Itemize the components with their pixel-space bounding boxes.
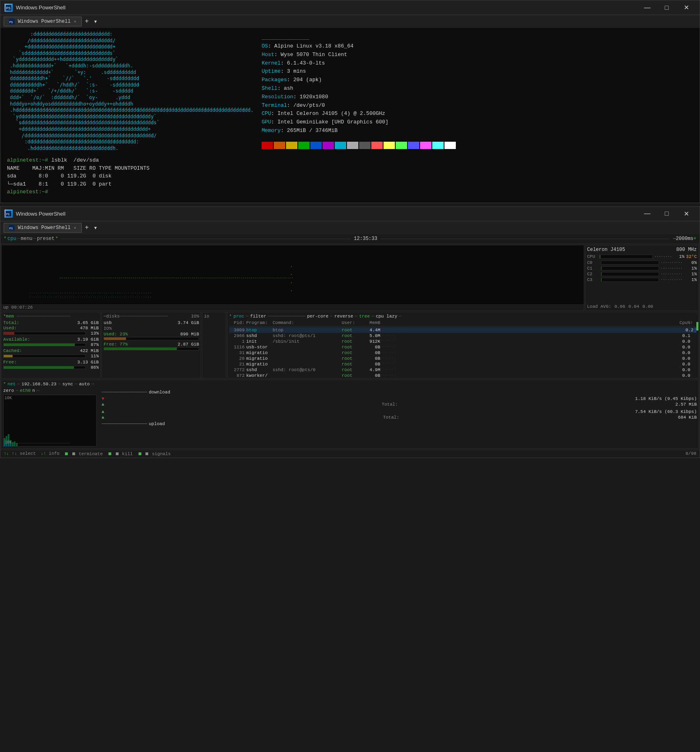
packages-value: 204 (apk) — [293, 77, 322, 83]
os-value: Alpine Linux v3.18 x86_64 — [274, 43, 353, 49]
proc-tree-label[interactable]: tree — [359, 314, 370, 319]
neofetch-info: _______________ OS: Alpine Linux v3.18 x… — [262, 31, 456, 151]
cpu-temp: 32°C — [686, 254, 697, 259]
lsblk-output: alpinetest:~# lsblk /dev/sda NAME MAJ:MI… — [0, 155, 700, 203]
close-button-1[interactable]: ✕ — [677, 2, 696, 14]
net-zero[interactable]: zero — [3, 388, 14, 393]
proc-row-5[interactable]: 26 migratio root 0B ······· 0.0 — [229, 356, 697, 361]
color-block-14 — [432, 142, 444, 149]
sort-arrow: ↑ — [690, 320, 697, 325]
btop-menu-btn[interactable]: menu — [21, 236, 33, 242]
proc-per-core-label[interactable]: per-core — [307, 314, 329, 319]
proc-row-8[interactable]: 872 kworker/ root 0B ······· 0.0 — [229, 373, 697, 377]
status-signals[interactable]: ⏹ ⏹ signals — [138, 451, 171, 456]
neofetch-info-block: OS: Alpine Linux v3.18 x86_64 Host: Wyse… — [262, 42, 456, 135]
gpu-value: Intel GeminiLake [UHD Graphics 600] — [277, 119, 388, 125]
proc-filter-label[interactable]: filter — [250, 314, 267, 319]
color-block-15 — [444, 142, 456, 149]
svg-text:PS: PS — [6, 213, 9, 216]
status-terminate[interactable]: ⏹ ⏹ terminate — [64, 451, 103, 456]
color-block-0 — [262, 142, 273, 149]
proc-row-0-cpu: 0.2 — [679, 328, 693, 333]
close-button-2[interactable]: ✕ — [677, 207, 696, 220]
col-program: Program: — [246, 320, 273, 325]
net-eth0: eth0 — [20, 388, 30, 393]
btop-preset-btn[interactable]: preset — [37, 236, 54, 242]
btop-cpu-menu[interactable]: cpu — [7, 236, 16, 242]
shell-value: ash — [284, 85, 293, 91]
dl-rate: 1.18 KiB/s (9.45 Kibps) — [635, 396, 697, 401]
proc-row-7[interactable]: 2772 sshd sshd: root@pts/0 root 4.9M ···… — [229, 367, 697, 373]
status-select[interactable]: ↑↓ ↑↓ select — [4, 451, 36, 456]
core-c1-dots: ·········· — [661, 266, 685, 270]
core-c1-label: C1 — [587, 266, 599, 271]
new-tab-button-1[interactable]: + — [83, 18, 91, 25]
net-ul-rate-row: ▲ 7.54 KiB/s (60.3 Kibps) — [102, 409, 697, 414]
tab-close-1[interactable]: ✕ — [74, 19, 76, 24]
proc-cpu-lazy[interactable]: cpu lazy — [376, 314, 397, 319]
proc-reverse-label[interactable]: reverse — [334, 314, 353, 319]
proc-row-4[interactable]: 31 migratio root 0B ······· 0.0 — [229, 350, 697, 356]
mem-free-bar — [3, 366, 86, 369]
proc-scrollbar[interactable] — [696, 322, 698, 378]
tab-close-2[interactable]: ✕ — [74, 225, 76, 230]
kernel-value: 6.1.43-0-lts — [287, 60, 325, 66]
net-graph-bg: ────────────────────────────── — [3, 395, 97, 447]
cpu-meters-panel: Celeron J4105 800 MHz CPU ·········· 1% … — [585, 245, 699, 311]
minimize-button-1[interactable]: — — [638, 2, 657, 14]
tab-powershell-2[interactable]: PS Windows PowerShell ✕ — [4, 223, 82, 233]
cpu-total-bar — [599, 255, 652, 259]
disk-free-pct: 77% — [120, 342, 128, 347]
proc-row-2[interactable]: 1 init /sbin/init root 912K ······· 0.0 — [229, 339, 697, 344]
core-c2-row: C2 ·········· 1% — [587, 272, 697, 277]
col-pid: Pid: — [229, 320, 245, 325]
memory-value: 265MiB / 3746MiB — [287, 127, 338, 134]
proc-row-6[interactable]: 21 migratio root 0B ······· 0.0 — [229, 361, 697, 367]
title-bar-1: PS Windows PowerShell — □ ✕ — [0, 0, 700, 15]
status-kill[interactable]: ⏹ ⏹ kill — [108, 451, 133, 456]
net-graph-svg — [4, 414, 93, 446]
window2-controls: — □ ✕ — [638, 207, 696, 220]
proc-list: 3009 btop btop root 4.4M ··········· 0.2… — [229, 327, 697, 377]
proc-row-1[interactable]: 2966 sshd sshd: root@pts/1 root 5.0M ···… — [229, 333, 697, 339]
net-10k-label: 10K — [4, 396, 12, 400]
new-tab-button-2[interactable]: + — [83, 224, 91, 231]
maximize-button-1[interactable]: □ — [657, 2, 676, 14]
cpu-freq: 800 MHz — [676, 247, 697, 253]
ul-total-arrow: ▲ — [102, 415, 104, 420]
tab-dropdown-button-1[interactable]: ▾ — [92, 17, 99, 26]
mem-cached-bar — [3, 354, 86, 358]
dl-total-arrow: ▲ — [102, 402, 104, 407]
btop-time: 12:35:33 — [354, 236, 377, 242]
svg-rect-14 — [16, 443, 17, 446]
status-info[interactable]: ↓↑ info — [41, 451, 59, 456]
minimize-button-2[interactable]: — — [638, 207, 657, 220]
color-block-5 — [323, 142, 334, 149]
maximize-button-2[interactable]: □ — [657, 207, 676, 220]
proc-row-0[interactable]: 3009 btop btop root 4.4M ··········· 0.2 — [229, 327, 697, 333]
disk-used-label: Used: 23% — [104, 332, 128, 337]
svg-text:PS: PS — [9, 21, 13, 24]
upload-label: upload — [149, 421, 165, 426]
tab-bar-1: PS Windows PowerShell ✕ + ▾ — [0, 15, 700, 28]
core-c1-row: C1 ·········· 1% — [587, 266, 697, 271]
net-n[interactable]: n — [32, 388, 35, 393]
btop-refresh: 2000ms — [676, 236, 693, 242]
proc-row-3[interactable]: 1116 usb-stor root 0B ······· 0.0 — [229, 344, 697, 350]
mem-avail-label: Available: — [3, 337, 30, 342]
window1-controls: — □ ✕ — [638, 2, 696, 14]
color-block-1 — [274, 142, 285, 149]
neofetch-ascii: :dddddddddddddddddddddddddd: /dddddddddd… — [7, 31, 254, 151]
cpu-graph: ········································… — [2, 245, 584, 304]
col-user: User: — [342, 320, 364, 325]
net-sync[interactable]: sync — [62, 382, 73, 387]
net-panel-header: * net ─ 192.168.50.23 ─ sync ─ auto ─ ze… — [3, 382, 97, 393]
svg-rect-19 — [12, 445, 13, 446]
tab-powershell-1[interactable]: PS Windows PowerShell ✕ — [4, 17, 82, 26]
color-block-3 — [298, 142, 310, 149]
net-auto[interactable]: auto — [79, 382, 89, 387]
disk-used-pct: 23% — [120, 332, 128, 337]
tab-dropdown-button-2[interactable]: ▾ — [92, 224, 99, 232]
window2: PS Windows PowerShell — □ ✕ PS Windows P… — [0, 206, 700, 458]
io-panel: io — [202, 312, 226, 379]
